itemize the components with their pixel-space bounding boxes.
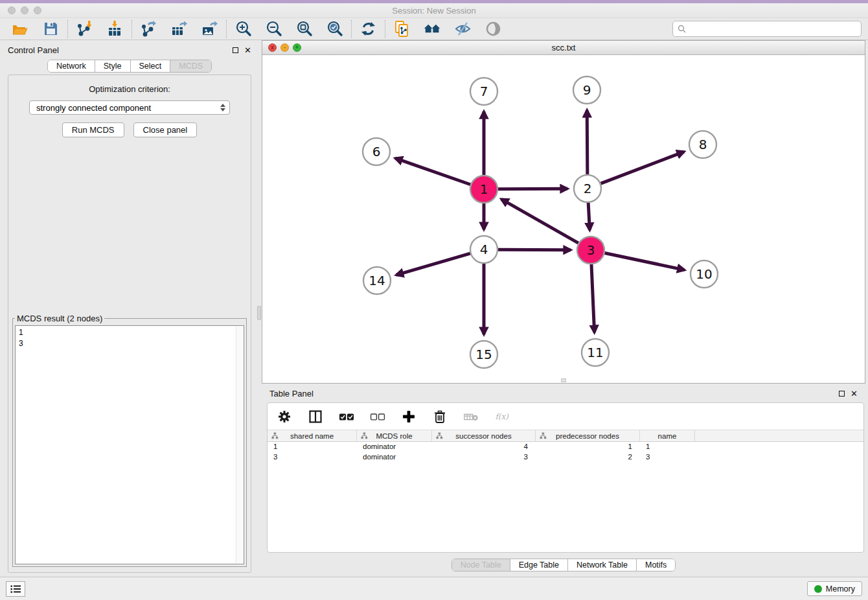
svg-text:8: 8 <box>699 137 707 152</box>
tab-style[interactable]: Style <box>95 60 131 72</box>
close-panel-button[interactable]: Close panel <box>133 122 198 137</box>
export-table-icon[interactable] <box>170 20 188 38</box>
column-header-predecessor-nodes[interactable]: predecessor nodes <box>536 430 640 441</box>
network-frame-title: scc.txt <box>262 43 865 52</box>
control-panel-title: Control Panel <box>8 45 59 55</box>
column-header-MCDS-role[interactable]: MCDS role <box>357 430 432 441</box>
mcds-result-text[interactable]: 1 3 <box>15 325 244 564</box>
table-row[interactable]: 3dominator323 <box>268 452 863 463</box>
hide-selected-icon[interactable] <box>454 20 472 38</box>
svg-text:4: 4 <box>480 242 488 257</box>
horizontal-splitter-handle[interactable] <box>561 378 566 382</box>
criterion-select[interactable]: strongly connected component <box>29 100 230 115</box>
memory-status-icon <box>814 585 822 593</box>
search-input[interactable] <box>689 25 856 34</box>
zoom-in-icon[interactable] <box>234 20 252 38</box>
save-session-icon[interactable] <box>42 20 60 38</box>
cell-MCDS-role[interactable]: dominator <box>357 442 432 452</box>
cell-shared-name[interactable]: 1 <box>268 442 357 452</box>
tab-network[interactable]: Network <box>48 60 95 72</box>
svg-text:2: 2 <box>584 181 592 196</box>
cell-predecessor-nodes[interactable]: 2 <box>536 452 640 463</box>
close-table-panel-icon[interactable]: ✕ <box>851 389 858 398</box>
table-header-row: shared nameMCDS rolesuccessor nodesprede… <box>268 430 863 442</box>
table-tab-node-table[interactable]: Node Table <box>452 559 510 571</box>
table-row[interactable]: 1dominator411 <box>268 442 863 452</box>
window-title: Session: New Session <box>0 6 868 16</box>
edge-1-6 <box>395 158 470 185</box>
import-network-icon[interactable] <box>76 20 93 38</box>
graph-node-11[interactable]: 11 <box>582 339 609 366</box>
float-table-panel-icon[interactable] <box>839 391 845 397</box>
float-panel-icon[interactable] <box>233 47 238 53</box>
function-builder-icon: f(x) <box>494 409 510 424</box>
network-frame: x - + scc.txt 7968124314101511 <box>262 40 865 384</box>
show-all-icon[interactable] <box>485 20 502 38</box>
clone-network-icon[interactable] <box>393 20 411 38</box>
graph-node-14[interactable]: 14 <box>363 267 391 294</box>
cell-shared-name[interactable]: 3 <box>268 452 357 463</box>
splitter-handle[interactable] <box>257 306 261 320</box>
graph-node-1[interactable]: 1 <box>470 176 497 203</box>
deselect-all-icon[interactable] <box>370 409 385 424</box>
control-panel: Control Panel ✕ NetworkStyleSelectMCDS O… <box>3 40 257 577</box>
select-all-icon[interactable] <box>339 409 354 424</box>
column-layout-icon[interactable] <box>308 409 323 424</box>
add-column-icon[interactable] <box>401 409 417 424</box>
close-panel-icon[interactable]: ✕ <box>244 46 251 54</box>
graph-node-8[interactable]: 8 <box>689 131 716 158</box>
graph-node-9[interactable]: 9 <box>573 76 600 104</box>
vertical-splitter[interactable] <box>257 40 262 577</box>
settings-gear-icon[interactable] <box>277 409 292 424</box>
delete-table-icon <box>463 409 479 424</box>
column-header-successor-nodes[interactable]: successor nodes <box>432 430 536 441</box>
column-header-name[interactable]: name <box>640 430 695 441</box>
cell-predecessor-nodes[interactable]: 1 <box>536 442 640 452</box>
cell-MCDS-role[interactable]: dominator <box>357 452 432 463</box>
graph-node-2[interactable]: 2 <box>574 175 601 202</box>
run-mcds-button[interactable]: Run MCDS <box>62 122 124 137</box>
table-tab-motifs[interactable]: Motifs <box>637 559 675 571</box>
edge-3-11 <box>591 264 595 332</box>
refresh-icon[interactable] <box>360 20 377 38</box>
graph-node-7[interactable]: 7 <box>470 78 497 105</box>
memory-button[interactable]: Memory <box>807 581 862 596</box>
status-bar: Memory <box>0 577 868 600</box>
select-stepper-icon <box>220 104 225 111</box>
first-neighbors-icon[interactable] <box>424 20 441 38</box>
svg-text:6: 6 <box>372 144 381 159</box>
export-image-icon[interactable] <box>201 20 218 38</box>
network-frame-titlebar: x - + scc.txt <box>262 41 865 55</box>
cell-name[interactable]: 1 <box>640 442 695 452</box>
graph-node-3[interactable]: 3 <box>577 237 604 264</box>
tab-mcds[interactable]: MCDS <box>170 60 211 72</box>
svg-text:f(x): f(x) <box>495 412 509 421</box>
cell-successor-nodes[interactable]: 4 <box>432 442 536 452</box>
svg-text:15: 15 <box>475 347 492 362</box>
task-history-button[interactable] <box>6 581 25 597</box>
export-network-icon[interactable] <box>140 20 157 38</box>
result-scrollbar[interactable] <box>236 327 243 563</box>
delete-column-icon[interactable] <box>432 409 448 424</box>
edge-2-9 <box>587 110 588 174</box>
graph-node-10[interactable]: 10 <box>691 260 718 288</box>
open-file-icon[interactable] <box>12 20 29 38</box>
tab-select[interactable]: Select <box>131 60 171 72</box>
zoom-out-icon[interactable] <box>265 20 282 38</box>
column-header-shared-name[interactable]: shared name <box>268 430 357 441</box>
main-toolbar <box>0 18 868 40</box>
graph-node-15[interactable]: 15 <box>470 341 497 368</box>
titlebar: Session: New Session <box>0 3 868 18</box>
table-tab-network-table[interactable]: Network Table <box>568 559 637 571</box>
edge-3-1 <box>501 199 578 243</box>
cell-successor-nodes[interactable]: 3 <box>432 452 536 463</box>
import-table-icon[interactable] <box>106 20 124 38</box>
graph-node-6[interactable]: 6 <box>363 138 390 165</box>
zoom-selected-icon[interactable] <box>326 20 343 38</box>
graph-node-4[interactable]: 4 <box>470 236 497 263</box>
table-tab-edge-table[interactable]: Edge Table <box>510 559 568 571</box>
network-canvas[interactable]: 7968124314101511 <box>262 55 865 383</box>
cell-name[interactable]: 3 <box>640 452 695 463</box>
zoom-fit-icon[interactable] <box>295 20 313 38</box>
mcds-result-title: MCDS result (2 nodes) <box>15 314 104 323</box>
